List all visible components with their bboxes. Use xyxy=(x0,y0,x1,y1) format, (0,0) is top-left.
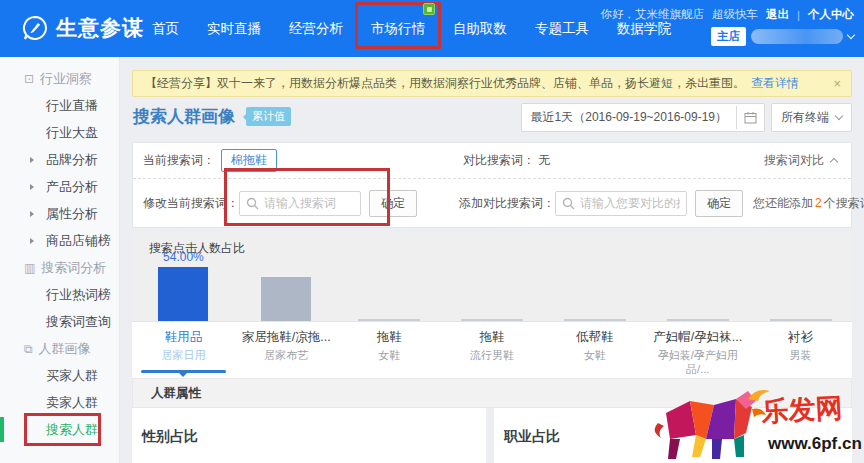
sidebar-item[interactable]: 行业热词榜 xyxy=(0,281,119,308)
close-icon[interactable]: × xyxy=(833,76,841,91)
category-tab-subtitle: 孕妇装/孕产妇用品/... xyxy=(646,349,749,377)
keyword-compare-toggle[interactable]: 搜索词对比 xyxy=(764,152,837,169)
top-nav-item[interactable]: 实时直播 xyxy=(203,0,265,57)
category-tab[interactable]: 鞋用品 居家日用 xyxy=(132,322,235,378)
category-tab-subtitle: 女鞋 xyxy=(338,349,441,363)
add-compare-input-wrap xyxy=(555,191,687,216)
kuaiche-link[interactable]: 超级快车 xyxy=(712,7,758,22)
main-content: 【经营分享】双十一来了，用数据分析爆点品类，用数据洞察行业优秀品牌、店铺、单品，… xyxy=(120,57,864,463)
terminal-select-value: 所有终端 xyxy=(781,109,829,126)
logout-link[interactable]: 退出 xyxy=(766,7,789,22)
sidebar-item-label: 搜索词查询 xyxy=(46,313,111,331)
sidebar-item-label: 买家人群 xyxy=(46,367,98,385)
category-tab-subtitle: 男装 xyxy=(749,349,852,363)
sidebar-item[interactable]: 属性分析 xyxy=(0,200,119,227)
modify-keyword-label: 修改当前搜索词： xyxy=(143,195,239,212)
date-range-picker[interactable]: 最近1天（2016-09-19~2016-09-19） xyxy=(521,103,765,132)
gender-share-panel: 性别占比 xyxy=(132,408,486,463)
category-tab[interactable]: 低帮鞋 女鞋 xyxy=(543,322,646,378)
top-nav-item-label: 专题工具 xyxy=(535,20,589,38)
bar-column[interactable] xyxy=(441,233,544,321)
sidebar: ⊡ 行业洞察 行业直播 行业大盘 品牌分析 产品分析 属性分析 商品店铺榜 xyxy=(0,57,120,463)
top-nav-item[interactable]: 经营分析 xyxy=(285,0,347,57)
current-keyword-tag[interactable]: 棉拖鞋 xyxy=(221,149,277,172)
top-nav-item[interactable]: 自助取数 xyxy=(449,0,511,57)
category-tab[interactable]: 家居拖鞋/凉拖... 居家布艺 xyxy=(235,322,338,378)
section-icon: ⧉ xyxy=(24,342,33,356)
bar-column[interactable] xyxy=(338,233,441,321)
sidebar-item[interactable]: 产品分析 xyxy=(0,173,119,200)
category-tabs: 鞋用品 居家日用 家居拖鞋/凉拖... 居家布艺 拖鞋 女鞋 拖鞋 流行男鞋 低… xyxy=(132,321,852,378)
banner-detail-link[interactable]: 查看详情 xyxy=(751,75,799,92)
bar-column[interactable] xyxy=(543,233,646,321)
terminal-select[interactable]: 所有终端 xyxy=(771,103,852,132)
sidebar-item[interactable]: 买家人群 xyxy=(0,362,119,389)
category-tab-title: 拖鞋 xyxy=(338,329,441,346)
category-tab[interactable]: 拖鞋 流行男鞋 xyxy=(441,322,544,378)
page-title: 搜索人群画像 累计值 xyxy=(133,105,291,128)
top-nav-item[interactable]: 专题工具 xyxy=(531,0,593,57)
sidebar-item[interactable]: 行业直播 xyxy=(0,92,119,119)
app-root: 生意参谋 首页 实时直播 经营分析 市场行情 自助取数 xyxy=(0,0,864,463)
sidebar-item[interactable]: 品牌分析 xyxy=(0,146,119,173)
sidebar-item-label: 搜索人群 xyxy=(46,421,98,439)
bar-column[interactable] xyxy=(646,233,749,321)
sidebar-item[interactable]: 卖家人群 xyxy=(0,389,119,416)
annotation-marker-icon xyxy=(423,3,435,15)
page-title-text: 搜索人群画像 xyxy=(133,105,235,128)
brand-name: 生意参谋 xyxy=(56,14,144,42)
keyword-compare-toggle-label: 搜索词对比 xyxy=(764,152,824,169)
category-tab-subtitle: 居家日用 xyxy=(132,349,235,363)
cumulative-badge: 累计值 xyxy=(246,107,291,126)
sidebar-item[interactable]: 行业大盘 xyxy=(0,119,119,146)
bar[interactable] xyxy=(158,267,208,321)
sidebar-item[interactable]: 搜索词查询 xyxy=(0,308,119,335)
remaining-count: 2 xyxy=(813,196,824,210)
bar-column[interactable] xyxy=(235,233,338,321)
compare-keyword-group: 对比搜索词： 无 xyxy=(463,152,550,169)
bar-column[interactable] xyxy=(749,233,852,321)
category-tab[interactable]: 衬衫 男装 xyxy=(749,322,852,378)
sidebar-item[interactable]: ⊡ 行业洞察 xyxy=(0,65,119,92)
sidebar-item[interactable]: 搜索人群 xyxy=(0,416,119,443)
top-nav-item[interactable]: 市场行情 xyxy=(367,0,429,57)
sidebar-item-label: 商品店铺榜 xyxy=(46,232,111,250)
modify-confirm-button[interactable]: 确定 xyxy=(369,190,417,217)
top-nav-item-label: 经营分析 xyxy=(289,20,343,38)
chevron-right-icon xyxy=(30,211,34,217)
search-icon xyxy=(562,197,575,210)
category-tab[interactable]: 拖鞋 女鞋 xyxy=(338,322,441,378)
section-icon: ⊡ xyxy=(24,72,34,86)
search-keyword-panel: 当前搜索词： 棉拖鞋 对比搜索词： 无 搜索词对比 修改当前搜索词： xyxy=(132,142,852,228)
chevron-right-icon xyxy=(30,184,34,190)
category-tab-title: 鞋用品 xyxy=(132,329,235,346)
top-nav-item[interactable]: 首页 xyxy=(148,0,183,57)
search-icon xyxy=(246,197,259,210)
banner-text: 【经营分享】双十一来了，用数据分析爆点品类，用数据洞察行业优秀品牌、店铺、单品，… xyxy=(145,75,745,92)
top-nav-menu: 首页 实时直播 经营分析 市场行情 自助取数 专题工具 xyxy=(148,0,675,57)
sidebar-item-label: 行业大盘 xyxy=(46,124,98,142)
sidebar-item-label: 行业洞察 xyxy=(40,70,92,88)
category-tab-title: 产妇帽/孕妇袜... xyxy=(646,329,749,346)
remaining-keywords-hint: 您还能添加2个搜索词 xyxy=(753,195,864,212)
sidebar-item[interactable]: ▥ 搜索词分析 xyxy=(0,254,119,281)
category-tab-title: 家居拖鞋/凉拖... xyxy=(235,329,338,346)
chevron-down-icon xyxy=(847,31,855,39)
bar[interactable] xyxy=(261,277,311,321)
chevron-right-icon xyxy=(30,157,34,163)
bar-column[interactable]: 54.00% xyxy=(132,233,235,321)
sidebar-item[interactable]: 商品店铺榜 xyxy=(0,227,119,254)
sidebar-item[interactable]: ⧉ 人群画像 xyxy=(0,335,119,362)
compare-keyword-label: 对比搜索词： xyxy=(463,153,535,167)
current-keyword-label: 当前搜索词： xyxy=(143,152,215,169)
compare-keyword-value: 无 xyxy=(538,153,550,167)
shop-switcher[interactable]: 主店 xyxy=(601,27,855,46)
personal-center-link[interactable]: 个人中心 xyxy=(808,7,854,22)
brand-logo[interactable]: 生意参谋 xyxy=(22,14,144,42)
sidebar-item-label: 产品分析 xyxy=(46,178,98,196)
calendar-button[interactable] xyxy=(736,106,764,129)
occupation-share-title: 职业占比 xyxy=(504,428,560,446)
category-tab[interactable]: 产妇帽/孕妇袜... 孕妇装/孕产妇用品/... xyxy=(646,322,749,378)
header-controls: 最近1天（2016-09-19~2016-09-19） 所有终端 xyxy=(521,103,852,132)
add-confirm-button[interactable]: 确定 xyxy=(695,190,743,217)
